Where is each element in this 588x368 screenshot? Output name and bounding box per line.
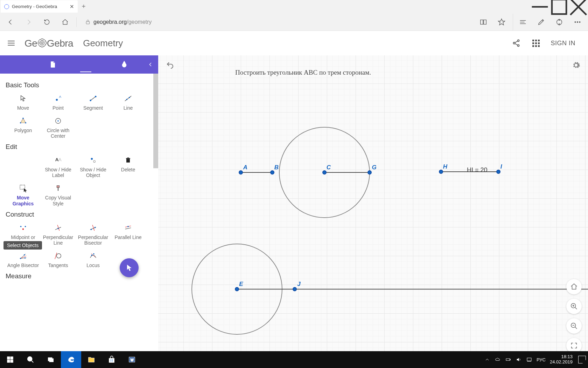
svg-point-49	[22, 228, 24, 230]
tab-tools-icon[interactable]	[120, 57, 128, 71]
tray-language[interactable]: РУС	[537, 357, 546, 362]
tool-tangents[interactable]: Tangents	[41, 248, 76, 270]
tray-chevron-icon[interactable]	[484, 356, 490, 363]
svg-line-72	[575, 307, 577, 309]
segment-cg[interactable]	[324, 172, 370, 173]
point-g[interactable]	[368, 170, 372, 175]
svg-point-31	[22, 118, 24, 119]
label-g: G	[372, 164, 376, 171]
tray-onedrive-icon[interactable]	[495, 356, 501, 363]
url-host: geogebra.org	[93, 19, 127, 25]
tab-algebra-icon[interactable]	[49, 57, 57, 71]
svg-rect-46	[58, 188, 58, 191]
task-view-button[interactable]	[41, 351, 61, 368]
start-button[interactable]	[0, 351, 20, 368]
zoom-in-button[interactable]	[566, 299, 582, 314]
svg-line-9	[542, 20, 543, 21]
taskbar-word[interactable]: W	[122, 351, 142, 368]
tool-parallel-line[interactable]: Parallel Line	[111, 220, 146, 247]
tool-move-graphics[interactable]: Move Graphics	[6, 181, 41, 207]
favorite-icon[interactable]	[493, 14, 510, 30]
tool-circle-center[interactable]: Circle with Center	[41, 114, 76, 140]
svg-point-13	[575, 21, 576, 22]
svg-rect-45	[57, 186, 59, 188]
collapse-sidebar-icon[interactable]	[147, 60, 153, 69]
refresh-button[interactable]	[38, 14, 55, 30]
tool-show-hide-label[interactable]: AAShow / Hide Label	[41, 153, 76, 179]
svg-point-14	[577, 21, 578, 22]
back-button[interactable]	[2, 14, 19, 30]
svg-point-59	[127, 226, 129, 227]
fab-cursor-button[interactable]	[120, 258, 139, 277]
taskbar-explorer[interactable]	[81, 351, 102, 368]
tray-battery-icon[interactable]	[505, 356, 511, 363]
tool-segment[interactable]: Segment	[76, 91, 111, 112]
extensions-icon[interactable]	[551, 14, 568, 30]
home-view-button[interactable]	[566, 279, 582, 294]
tool-copy-visual-style[interactable]: Copy Visual Style	[41, 181, 76, 207]
ray-ej[interactable]	[237, 289, 588, 289]
search-button[interactable]	[20, 351, 41, 368]
apps-icon[interactable]	[531, 38, 541, 48]
taskbar-store[interactable]	[102, 351, 122, 368]
point-j[interactable]	[293, 287, 297, 291]
point-c[interactable]	[322, 170, 327, 175]
taskbar-edge[interactable]	[61, 351, 81, 368]
window-maximize-button[interactable]	[550, 0, 569, 13]
svg-rect-96	[527, 358, 531, 361]
point-h[interactable]	[439, 170, 443, 174]
reading-view-icon[interactable]	[475, 14, 492, 30]
tool-move[interactable]: Move	[6, 91, 41, 112]
new-tab-button[interactable]: ＋	[78, 0, 90, 12]
forward-button[interactable]	[20, 14, 37, 30]
signin-button[interactable]: SIGN IN	[551, 40, 575, 47]
browser-toolbar: geogebra.org/geometry	[0, 13, 588, 31]
window-minimize-button[interactable]	[530, 0, 550, 13]
zoom-out-button[interactable]	[566, 318, 582, 334]
point-i[interactable]	[496, 170, 500, 174]
tool-perpendicular-bisector[interactable]: Perpendicular Bisector	[76, 220, 111, 247]
window-close-button[interactable]	[569, 0, 588, 13]
share-icon[interactable]	[511, 38, 521, 48]
tool-point[interactable]: APoint	[41, 91, 76, 112]
scrollbar-thumb[interactable]	[153, 74, 158, 168]
hub-icon[interactable]	[514, 14, 531, 30]
tool-angle-bisector[interactable]: Angle Bisector	[6, 248, 41, 270]
tool-perpendicular-line[interactable]: Perpendicular Line	[41, 220, 76, 247]
point-b[interactable]	[270, 170, 274, 175]
tray-ime-icon[interactable]	[526, 356, 532, 363]
tool-line[interactable]: Line	[111, 91, 146, 112]
svg-line-83	[31, 361, 34, 363]
address-bar[interactable]: geogebra.org/geometry	[79, 19, 474, 25]
tool-delete[interactable]: Delete	[111, 153, 146, 179]
geogebra-logo[interactable]: Ge🞋Gebra	[24, 38, 73, 49]
label-a: A	[243, 164, 247, 171]
page-title: Geometry	[83, 38, 123, 49]
svg-point-15	[579, 21, 580, 22]
svg-point-69	[91, 254, 93, 256]
window-titlebar: Geometry - GeoGebra ✕ ＋	[0, 0, 588, 13]
browser-tab[interactable]: Geometry - GeoGebra ✕	[1, 0, 78, 13]
point-e[interactable]	[235, 287, 239, 291]
tool-locus[interactable]: Locus	[76, 248, 111, 270]
tray-clock[interactable]: 18:13 24.02.2019	[550, 354, 574, 365]
svg-line-19	[515, 41, 518, 43]
tray-volume-icon[interactable]	[516, 356, 522, 363]
menu-button[interactable]	[4, 36, 18, 50]
svg-line-57	[125, 228, 131, 229]
svg-rect-4	[86, 21, 89, 24]
tab-close-icon[interactable]: ✕	[70, 4, 74, 10]
tool-show-hide-object[interactable]: Show / Hide Object	[76, 153, 111, 179]
svg-point-12	[559, 23, 560, 25]
tray-notifications-icon[interactable]	[578, 356, 586, 363]
point-a[interactable]	[239, 170, 243, 175]
segment-ab[interactable]	[241, 172, 272, 173]
home-button[interactable]	[57, 14, 74, 30]
svg-line-76	[575, 327, 577, 329]
graphics-canvas[interactable]: Построить треугольник ABC по трем сторон…	[158, 55, 588, 351]
notes-icon[interactable]	[533, 14, 550, 30]
tool-polygon[interactable]: Polygon	[6, 114, 41, 140]
more-icon[interactable]	[569, 14, 586, 30]
label-i: I	[500, 163, 502, 170]
svg-text:A: A	[58, 157, 62, 163]
